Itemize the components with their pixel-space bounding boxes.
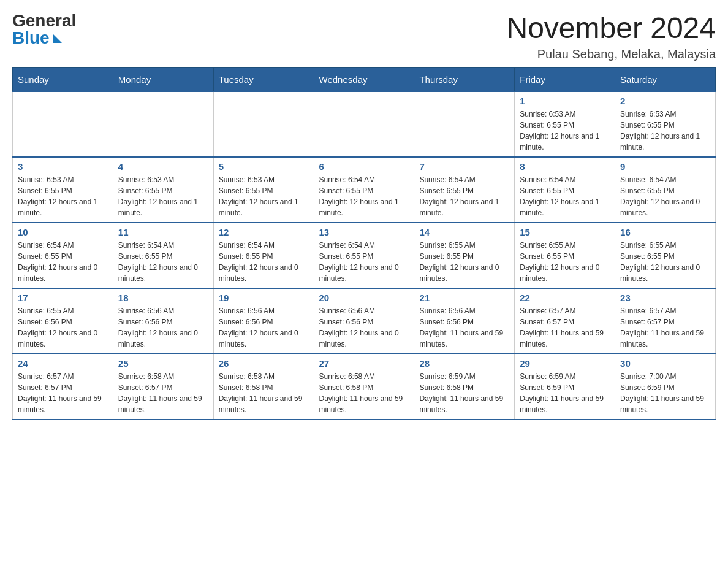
- day-info: Sunrise: 6:58 AM Sunset: 6:58 PM Dayligh…: [219, 371, 309, 415]
- day-number: 27: [319, 358, 409, 369]
- day-info: Sunrise: 6:54 AM Sunset: 6:55 PM Dayligh…: [319, 174, 409, 218]
- table-row: 15Sunrise: 6:55 AM Sunset: 6:55 PM Dayli…: [515, 223, 615, 288]
- table-row: [314, 91, 414, 157]
- day-info: Sunrise: 6:59 AM Sunset: 6:59 PM Dayligh…: [520, 371, 610, 415]
- table-row: 17Sunrise: 6:55 AM Sunset: 6:56 PM Dayli…: [13, 288, 113, 354]
- day-info: Sunrise: 6:54 AM Sunset: 6:55 PM Dayligh…: [520, 174, 610, 218]
- table-row: 8Sunrise: 6:54 AM Sunset: 6:55 PM Daylig…: [515, 157, 615, 223]
- day-number: 19: [219, 293, 309, 303]
- day-info: Sunrise: 6:54 AM Sunset: 6:55 PM Dayligh…: [18, 240, 108, 284]
- table-row: 30Sunrise: 7:00 AM Sunset: 6:59 PM Dayli…: [615, 354, 716, 419]
- table-row: [414, 91, 515, 157]
- table-row: 26Sunrise: 6:58 AM Sunset: 6:58 PM Dayli…: [213, 354, 314, 419]
- day-info: Sunrise: 6:57 AM Sunset: 6:57 PM Dayligh…: [620, 305, 710, 350]
- day-number: 18: [118, 293, 208, 303]
- day-number: 9: [620, 161, 710, 172]
- table-row: 1Sunrise: 6:53 AM Sunset: 6:55 PM Daylig…: [515, 91, 615, 157]
- table-row: [213, 91, 314, 157]
- day-info: Sunrise: 6:58 AM Sunset: 6:57 PM Dayligh…: [118, 371, 208, 415]
- table-row: 16Sunrise: 6:55 AM Sunset: 6:55 PM Dayli…: [615, 223, 716, 288]
- day-number: 4: [118, 161, 208, 172]
- calendar-week-row: 24Sunrise: 6:57 AM Sunset: 6:57 PM Dayli…: [13, 354, 716, 419]
- day-number: 12: [219, 227, 309, 237]
- day-info: Sunrise: 6:55 AM Sunset: 6:55 PM Dayligh…: [520, 240, 610, 284]
- title-block: November 2024 Pulau Sebang, Melaka, Mala…: [506, 12, 716, 61]
- location-subtitle: Pulau Sebang, Melaka, Malaysia: [506, 47, 716, 61]
- table-row: 22Sunrise: 6:57 AM Sunset: 6:57 PM Dayli…: [515, 288, 615, 354]
- header-sunday: Sunday: [13, 67, 113, 91]
- header-tuesday: Tuesday: [213, 67, 314, 91]
- day-number: 5: [219, 161, 309, 172]
- day-info: Sunrise: 6:53 AM Sunset: 6:55 PM Dayligh…: [620, 109, 710, 153]
- day-info: Sunrise: 6:54 AM Sunset: 6:55 PM Dayligh…: [219, 240, 309, 284]
- table-row: 21Sunrise: 6:56 AM Sunset: 6:56 PM Dayli…: [414, 288, 515, 354]
- table-row: 9Sunrise: 6:54 AM Sunset: 6:55 PM Daylig…: [615, 157, 716, 223]
- day-number: 14: [419, 227, 509, 237]
- table-row: 4Sunrise: 6:53 AM Sunset: 6:55 PM Daylig…: [113, 157, 213, 223]
- table-row: 5Sunrise: 6:53 AM Sunset: 6:55 PM Daylig…: [213, 157, 314, 223]
- day-info: Sunrise: 6:56 AM Sunset: 6:56 PM Dayligh…: [118, 305, 208, 350]
- header-friday: Friday: [515, 67, 615, 91]
- day-number: 7: [419, 161, 509, 172]
- day-number: 1: [520, 96, 610, 106]
- day-info: Sunrise: 6:54 AM Sunset: 6:55 PM Dayligh…: [118, 240, 208, 284]
- calendar-week-row: 3Sunrise: 6:53 AM Sunset: 6:55 PM Daylig…: [13, 157, 716, 223]
- day-info: Sunrise: 6:55 AM Sunset: 6:55 PM Dayligh…: [620, 240, 710, 284]
- logo-general: General: [12, 12, 76, 29]
- page-header: General Blue November 2024 Pulau Sebang,…: [12, 12, 716, 61]
- day-number: 24: [18, 358, 108, 369]
- table-row: 18Sunrise: 6:56 AM Sunset: 6:56 PM Dayli…: [113, 288, 213, 354]
- table-row: 29Sunrise: 6:59 AM Sunset: 6:59 PM Dayli…: [515, 354, 615, 419]
- day-number: 22: [520, 293, 610, 303]
- table-row: 14Sunrise: 6:55 AM Sunset: 6:55 PM Dayli…: [414, 223, 515, 288]
- day-info: Sunrise: 6:57 AM Sunset: 6:57 PM Dayligh…: [520, 305, 610, 350]
- day-info: Sunrise: 6:53 AM Sunset: 6:55 PM Dayligh…: [219, 174, 309, 218]
- table-row: 3Sunrise: 6:53 AM Sunset: 6:55 PM Daylig…: [13, 157, 113, 223]
- day-info: Sunrise: 6:53 AM Sunset: 6:55 PM Dayligh…: [520, 109, 610, 153]
- calendar-table: Sunday Monday Tuesday Wednesday Thursday…: [12, 67, 716, 420]
- table-row: 11Sunrise: 6:54 AM Sunset: 6:55 PM Dayli…: [113, 223, 213, 288]
- day-info: Sunrise: 6:56 AM Sunset: 6:56 PM Dayligh…: [419, 305, 509, 350]
- table-row: [13, 91, 113, 157]
- day-info: Sunrise: 6:58 AM Sunset: 6:58 PM Dayligh…: [319, 371, 409, 415]
- day-number: 25: [118, 358, 208, 369]
- day-info: Sunrise: 6:55 AM Sunset: 6:55 PM Dayligh…: [419, 240, 509, 284]
- day-info: Sunrise: 6:59 AM Sunset: 6:58 PM Dayligh…: [419, 371, 509, 415]
- day-number: 29: [520, 358, 610, 369]
- day-number: 20: [319, 293, 409, 303]
- weekday-header-row: Sunday Monday Tuesday Wednesday Thursday…: [13, 67, 716, 91]
- day-number: 21: [419, 293, 509, 303]
- table-row: 6Sunrise: 6:54 AM Sunset: 6:55 PM Daylig…: [314, 157, 414, 223]
- day-info: Sunrise: 6:56 AM Sunset: 6:56 PM Dayligh…: [319, 305, 409, 350]
- day-info: Sunrise: 6:55 AM Sunset: 6:56 PM Dayligh…: [18, 305, 108, 350]
- logo-blue: Blue: [12, 29, 62, 47]
- table-row: [113, 91, 213, 157]
- header-wednesday: Wednesday: [314, 67, 414, 91]
- header-saturday: Saturday: [615, 67, 716, 91]
- table-row: 2Sunrise: 6:53 AM Sunset: 6:55 PM Daylig…: [615, 91, 716, 157]
- day-number: 6: [319, 161, 409, 172]
- day-number: 26: [219, 358, 309, 369]
- table-row: 27Sunrise: 6:58 AM Sunset: 6:58 PM Dayli…: [314, 354, 414, 419]
- table-row: 25Sunrise: 6:58 AM Sunset: 6:57 PM Dayli…: [113, 354, 213, 419]
- day-number: 23: [620, 293, 710, 303]
- day-number: 15: [520, 227, 610, 237]
- day-number: 30: [620, 358, 710, 369]
- day-info: Sunrise: 7:00 AM Sunset: 6:59 PM Dayligh…: [620, 371, 710, 415]
- day-info: Sunrise: 6:56 AM Sunset: 6:56 PM Dayligh…: [219, 305, 309, 350]
- calendar-week-row: 1Sunrise: 6:53 AM Sunset: 6:55 PM Daylig…: [13, 91, 716, 157]
- day-number: 17: [18, 293, 108, 303]
- day-number: 10: [18, 227, 108, 237]
- table-row: 13Sunrise: 6:54 AM Sunset: 6:55 PM Dayli…: [314, 223, 414, 288]
- header-monday: Monday: [113, 67, 213, 91]
- day-info: Sunrise: 6:53 AM Sunset: 6:55 PM Dayligh…: [118, 174, 208, 218]
- table-row: 20Sunrise: 6:56 AM Sunset: 6:56 PM Dayli…: [314, 288, 414, 354]
- day-number: 8: [520, 161, 610, 172]
- table-row: 7Sunrise: 6:54 AM Sunset: 6:55 PM Daylig…: [414, 157, 515, 223]
- table-row: 24Sunrise: 6:57 AM Sunset: 6:57 PM Dayli…: [13, 354, 113, 419]
- day-number: 16: [620, 227, 710, 237]
- day-info: Sunrise: 6:54 AM Sunset: 6:55 PM Dayligh…: [620, 174, 710, 218]
- calendar-week-row: 17Sunrise: 6:55 AM Sunset: 6:56 PM Dayli…: [13, 288, 716, 354]
- table-row: 28Sunrise: 6:59 AM Sunset: 6:58 PM Dayli…: [414, 354, 515, 419]
- table-row: 19Sunrise: 6:56 AM Sunset: 6:56 PM Dayli…: [213, 288, 314, 354]
